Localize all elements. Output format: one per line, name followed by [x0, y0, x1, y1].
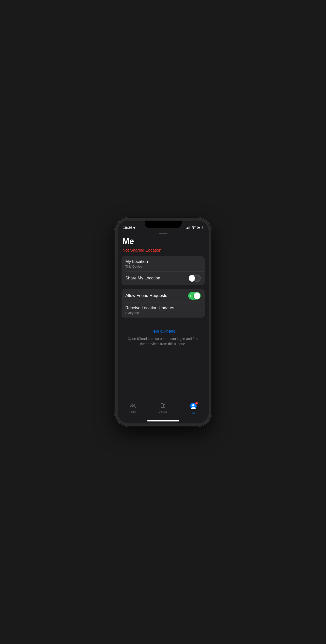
me-tab-wrapper: [190, 402, 197, 410]
tab-bar: People Devices: [118, 400, 209, 420]
people-tab-label: People: [129, 410, 137, 413]
receive-location-text: Receive Location Updates Everyone: [125, 306, 174, 314]
help-link[interactable]: Help a Friend: [125, 329, 201, 334]
wifi-icon: [192, 226, 196, 229]
status-time: 19:36: [123, 226, 136, 230]
battery-icon: [197, 226, 203, 229]
content-area: Me Not Sharing Location My Location This…: [118, 232, 209, 400]
tab-me[interactable]: Me: [184, 402, 203, 414]
page-title: Me: [118, 234, 209, 247]
status-icons: [186, 226, 203, 229]
share-location-title: Share My Location: [125, 276, 160, 281]
devices-tab-label: Devices: [159, 410, 168, 413]
allow-friend-requests-row: Allow Friend Requests I: [122, 289, 205, 302]
phone-frame: 19:36: [115, 218, 211, 426]
home-indicator: [147, 420, 179, 422]
location-group: My Location This Device Share My Locatio…: [122, 256, 205, 285]
me-notification-badge: [195, 402, 198, 405]
screen: 19:36: [118, 220, 209, 424]
svg-point-7: [192, 404, 194, 406]
svg-point-2: [133, 404, 135, 406]
share-location-toggle[interactable]: [188, 274, 201, 282]
location-arrow-icon: [133, 226, 136, 229]
tab-devices[interactable]: Devices: [153, 402, 173, 413]
toggle-indicator: [194, 275, 201, 282]
notch: [145, 220, 182, 228]
my-location-title: My Location: [125, 259, 148, 264]
my-location-subtitle: This Device: [125, 265, 148, 268]
share-location-row: Share My Location: [122, 272, 205, 285]
receive-location-title: Receive Location Updates: [125, 306, 174, 310]
chevron-icon: ›: [199, 308, 201, 312]
my-location-row: My Location This Device: [122, 256, 205, 271]
receive-location-subtitle: Everyone: [125, 311, 174, 314]
me-tab-label: Me: [192, 411, 195, 414]
help-description: Open iCloud.com so others can log in and…: [128, 337, 198, 346]
tab-people[interactable]: People: [123, 402, 142, 413]
help-section: Help a Friend Open iCloud.com so others …: [118, 322, 209, 352]
my-location-text: My Location This Device: [125, 259, 148, 268]
toggle-thumb-on: [194, 292, 200, 299]
devices-tab-icon: [159, 402, 166, 410]
allow-friend-requests-title: Allow Friend Requests: [125, 293, 167, 298]
time-display: 19:36: [123, 226, 132, 230]
receive-location-updates-row[interactable]: Receive Location Updates Everyone ›: [122, 302, 205, 318]
allow-friend-requests-toggle[interactable]: I: [188, 292, 201, 300]
signal-bars: [186, 226, 190, 229]
not-sharing-label: Not Sharing Location: [118, 247, 209, 256]
svg-point-0: [193, 228, 194, 229]
svg-point-1: [131, 404, 133, 406]
settings-group: Allow Friend Requests I Receive Location…: [122, 289, 205, 318]
svg-rect-5: [161, 407, 163, 407]
people-tab-icon: [129, 402, 136, 410]
spacer: [118, 352, 209, 400]
